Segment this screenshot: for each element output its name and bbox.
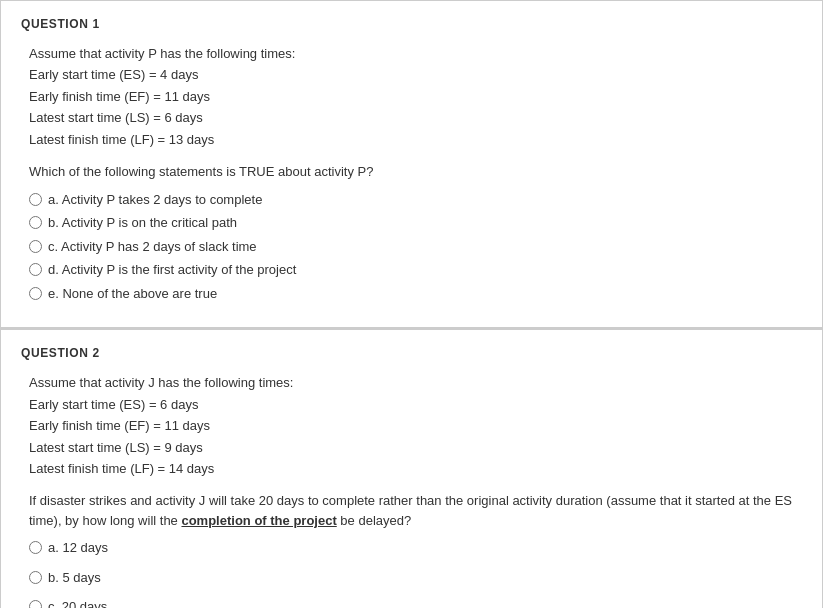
premise-line-1: Early start time (ES) = 4 days [29,64,802,85]
option-label: d. Activity P is the first activity of t… [48,260,296,280]
question-2-label: QUESTION 2 [21,346,802,360]
question-2-text: If disaster strikes and activity J will … [29,491,802,530]
question-1-text: Which of the following statements is TRU… [29,162,802,182]
list-item: a. Activity P takes 2 days to complete [29,190,802,210]
premise-intro: Assume that activity P has the following… [29,43,802,64]
list-item: e. None of the above are true [29,284,802,304]
premise-intro: Assume that activity J has the following… [29,372,802,393]
question-1-premise: Assume that activity P has the following… [29,43,802,150]
q2-text-highlight: completion of the project [181,513,336,528]
list-item: b. Activity P is on the critical path [29,213,802,233]
list-item: b. 5 days [29,568,802,588]
option-a-radio[interactable] [29,541,42,554]
option-a-radio[interactable] [29,193,42,206]
option-b-radio[interactable] [29,571,42,584]
option-label: c. 20 days [48,597,107,608]
premise-line-3: Latest start time (LS) = 9 days [29,437,802,458]
question-1-label: QUESTION 1 [21,17,802,31]
question-2-premise: Assume that activity J has the following… [29,372,802,479]
premise-line-2: Early finish time (EF) = 11 days [29,415,802,436]
option-c-radio[interactable] [29,600,42,608]
option-b-radio[interactable] [29,216,42,229]
question-2-options: a. 12 days b. 5 days c. 20 days d. 3 day… [29,538,802,608]
option-label: a. 12 days [48,538,108,558]
list-item: c. Activity P has 2 days of slack time [29,237,802,257]
option-label: b. Activity P is on the critical path [48,213,237,233]
question-1-options: a. Activity P takes 2 days to complete b… [29,190,802,304]
premise-line-1: Early start time (ES) = 6 days [29,394,802,415]
list-item: c. 20 days [29,597,802,608]
question-2-block: QUESTION 2 Assume that activity J has th… [0,329,823,608]
list-item: a. 12 days [29,538,802,558]
premise-line-3: Latest start time (LS) = 6 days [29,107,802,128]
premise-line-4: Latest finish time (LF) = 14 days [29,458,802,479]
premise-line-2: Early finish time (EF) = 11 days [29,86,802,107]
question-1-block: QUESTION 1 Assume that activity P has th… [0,0,823,328]
option-label: a. Activity P takes 2 days to complete [48,190,262,210]
option-label: b. 5 days [48,568,101,588]
question-2-content: Assume that activity J has the following… [21,372,802,608]
option-c-radio[interactable] [29,240,42,253]
option-e-radio[interactable] [29,287,42,300]
premise-line-4: Latest finish time (LF) = 13 days [29,129,802,150]
option-label: c. Activity P has 2 days of slack time [48,237,257,257]
option-d-radio[interactable] [29,263,42,276]
option-label: e. None of the above are true [48,284,217,304]
question-1-content: Assume that activity P has the following… [21,43,802,303]
list-item: d. Activity P is the first activity of t… [29,260,802,280]
q2-text-part2: be delayed? [337,513,411,528]
